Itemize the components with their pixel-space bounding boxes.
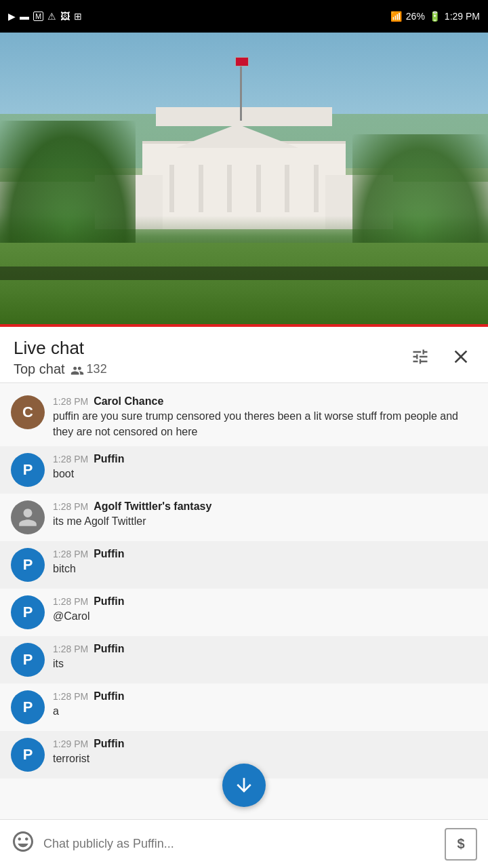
close-icon	[450, 346, 472, 368]
message-meta: 1:28 PM Puffin	[53, 643, 477, 655]
status-bar: ▶ ▬ M ⚠ 🖼 ⊞ 📶 26% 🔋 1:29 PM	[0, 0, 488, 33]
viewer-count: 132	[70, 362, 107, 376]
message-time: 1:28 PM	[53, 396, 88, 407]
message-content: 1:29 PM Puffin terrorist	[53, 738, 477, 766]
people-icon	[70, 363, 84, 376]
message-author: Puffin	[94, 690, 124, 703]
message-text: @Carol	[53, 609, 477, 624]
message-text: boot	[53, 467, 477, 481]
avatar: P	[11, 453, 45, 487]
message-content: 1:28 PM Puffin a	[53, 690, 477, 719]
message-author: Puffin	[94, 643, 124, 655]
message-author: Puffin	[94, 595, 124, 608]
viewer-count-number: 132	[87, 362, 107, 376]
message-text: puffin are you sure trump censored you t…	[53, 409, 477, 439]
message-content: 1:28 PM Puffin bitch	[53, 548, 477, 576]
image-icon: 🖼	[60, 11, 70, 22]
message-time: 1:28 PM	[53, 691, 88, 702]
grid-icon: ⊞	[74, 11, 82, 22]
message-text: its	[53, 656, 477, 671]
play-icon: ▶	[8, 11, 16, 22]
lawn	[0, 243, 488, 324]
live-chat-title: Live chat	[14, 338, 107, 359]
chat-header: Live chat Top chat 132	[0, 327, 488, 383]
message-time: 1:28 PM	[53, 549, 88, 559]
wifi-icon: 📶	[390, 11, 402, 22]
message-author: Carol Chance	[94, 395, 163, 408]
close-button[interactable]	[447, 343, 474, 372]
message-text: its me Agolf Twittler	[53, 514, 477, 529]
battery-icon: 🔋	[429, 11, 441, 22]
chat-message: P 1:28 PM Puffin @Carol	[0, 589, 488, 636]
chat-message: P 1:28 PM Puffin boot	[0, 446, 488, 494]
chat-message: P 1:28 PM Puffin a	[0, 684, 488, 731]
avatar: P	[11, 643, 45, 677]
message-content: 1:28 PM Carol Chance puffin are you sure…	[53, 395, 477, 439]
message-meta: 1:28 PM Puffin	[53, 595, 477, 608]
message-author: Puffin	[94, 453, 124, 465]
message-time: 1:28 PM	[53, 454, 88, 465]
top-chat-label: Top chat	[14, 361, 65, 377]
chat-header-sub: Top chat 132	[14, 361, 107, 377]
avatar: P	[11, 548, 45, 582]
avatar: C	[11, 395, 45, 429]
dollar-icon: $	[457, 836, 464, 852]
file-icon: ▬	[20, 11, 29, 22]
scroll-down-button[interactable]	[222, 764, 266, 807]
chat-header-left: Live chat Top chat 132	[14, 338, 107, 377]
arrow-down-icon	[233, 774, 255, 796]
status-icons: ▶ ▬ M ⚠ 🖼 ⊞	[8, 11, 82, 22]
message-author: Puffin	[94, 548, 124, 560]
avatar: P	[11, 738, 45, 772]
emoji-button[interactable]	[11, 829, 35, 859]
chat-input-bar: $	[0, 819, 488, 868]
message-text: a	[53, 704, 477, 719]
message-meta: 1:29 PM Puffin	[53, 738, 477, 750]
message-time: 1:28 PM	[53, 596, 88, 607]
message-time: 1:29 PM	[53, 738, 88, 749]
filter-icon	[409, 347, 431, 366]
message-meta: 1:28 PM Puffin	[53, 453, 477, 465]
avatar: P	[11, 595, 45, 629]
chat-message: 1:28 PM Agolf Twittler's fantasy its me …	[0, 494, 488, 541]
alert-icon: ⚠	[47, 11, 56, 22]
message-content: 1:28 PM Puffin boot	[53, 453, 477, 481]
message-content: 1:28 PM Puffin its	[53, 643, 477, 671]
chat-message: P 1:28 PM Puffin bitch	[0, 541, 488, 589]
message-text: terrorist	[53, 751, 477, 766]
avatar	[11, 500, 45, 534]
chat-input[interactable]	[43, 837, 436, 851]
message-author: Agolf Twittler's fantasy	[94, 500, 211, 513]
filter-button[interactable]	[407, 344, 434, 371]
superchat-button[interactable]: $	[445, 828, 477, 861]
avatar: P	[11, 690, 45, 724]
chat-messages: C 1:28 PM Carol Chance puffin are you su…	[0, 383, 488, 784]
message-time: 1:28 PM	[53, 501, 88, 512]
battery-percent: 26%	[406, 11, 425, 22]
message-author: Puffin	[94, 738, 124, 750]
smiley-icon	[11, 829, 35, 854]
message-content: 1:28 PM Agolf Twittler's fantasy its me …	[53, 500, 477, 529]
message-meta: 1:28 PM Puffin	[53, 548, 477, 560]
time: 1:29 PM	[445, 11, 480, 22]
message-meta: 1:28 PM Carol Chance	[53, 395, 477, 408]
message-time: 1:28 PM	[53, 644, 88, 654]
message-content: 1:28 PM Puffin @Carol	[53, 595, 477, 624]
chat-message: C 1:28 PM Carol Chance puffin are you su…	[0, 389, 488, 446]
chat-header-actions[interactable]	[407, 343, 474, 372]
chat-message: P 1:28 PM Puffin its	[0, 636, 488, 684]
message-meta: 1:28 PM Agolf Twittler's fantasy	[53, 500, 477, 513]
video-area[interactable]	[0, 33, 488, 324]
m-icon: M	[33, 12, 43, 21]
status-right: 📶 26% 🔋 1:29 PM	[390, 11, 480, 22]
message-meta: 1:28 PM Puffin	[53, 690, 477, 703]
message-text: bitch	[53, 561, 477, 576]
